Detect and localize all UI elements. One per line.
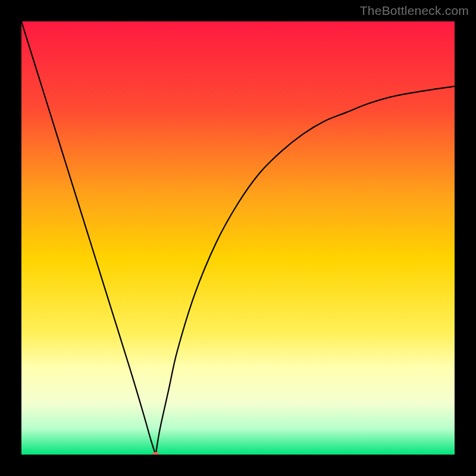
plot-area: [21, 21, 455, 455]
watermark-label: TheBottleneck.com: [360, 4, 469, 18]
gradient-background: [21, 21, 455, 455]
chart-frame: TheBottleneck.com: [0, 0, 476, 476]
chart-svg: [21, 21, 455, 455]
